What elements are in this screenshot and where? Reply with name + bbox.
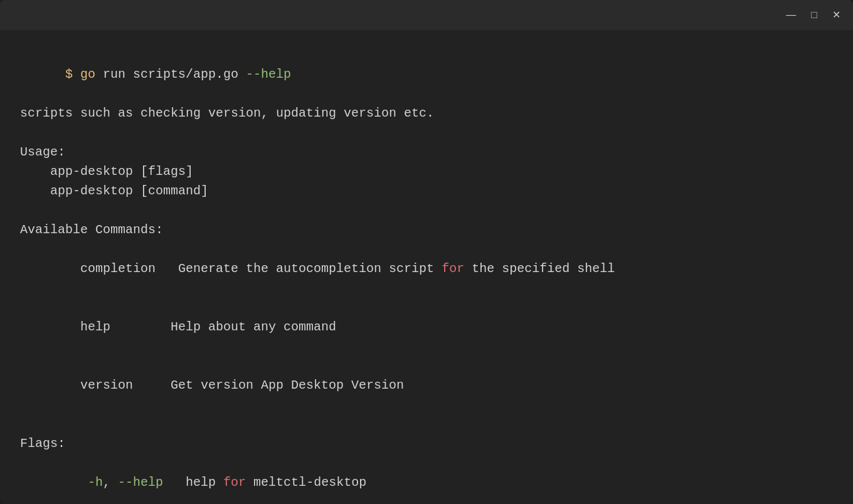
- command-go: go: [80, 67, 95, 81]
- maximize-button[interactable]: □: [808, 9, 820, 21]
- flag-comma: ,: [103, 475, 118, 490]
- cmd-help-desc: Help about any command: [110, 320, 336, 334]
- usage-line-1: app-desktop [flags]: [20, 162, 833, 181]
- flag-desc-post: meltctl-desktop: [246, 475, 366, 490]
- usage-line-2: app-desktop [command]: [20, 181, 833, 201]
- flag-for: for: [223, 475, 246, 490]
- cmd-version-desc: Get version App Desktop Version: [133, 378, 404, 392]
- cmd-completion-desc-pre: Generate the autocompletion script: [156, 261, 442, 276]
- flag-long: --help: [118, 475, 163, 490]
- close-button[interactable]: ✕: [830, 9, 843, 21]
- flag-help-line: -h, --help help for meltctl-desktop: [20, 453, 833, 504]
- cmd-completion-line: completion Generate the autocompletion s…: [20, 239, 833, 298]
- cmd-help-name: help: [65, 320, 110, 334]
- cmd-help-line: help Help about any command: [20, 298, 833, 356]
- title-bar: — □ ✕: [0, 0, 853, 30]
- terminal-body[interactable]: $ go run scripts/app.go --help scripts s…: [0, 30, 853, 504]
- blank-line-1: [20, 123, 833, 142]
- flags-header: Flags:: [20, 434, 833, 453]
- flag-short: -h: [88, 475, 103, 490]
- flag-desc-pre: help: [163, 475, 223, 490]
- cmd-completion-for: for: [442, 261, 464, 276]
- title-bar-controls: — □ ✕: [783, 9, 843, 21]
- cmd-completion-name: completion: [65, 261, 156, 276]
- blank-line-3: [20, 414, 833, 434]
- command-flag: --help: [246, 67, 291, 81]
- cmd-version-name: version: [65, 378, 133, 392]
- flag-indent: [65, 475, 88, 490]
- command-line: $ go run scripts/app.go --help: [20, 45, 833, 103]
- description-line: scripts such as checking version, updati…: [20, 103, 833, 123]
- minimize-button[interactable]: —: [783, 9, 798, 21]
- prompt-symbol: $: [65, 67, 73, 81]
- usage-header: Usage:: [20, 142, 833, 162]
- command-go-prefix: [73, 67, 80, 81]
- command-rest: run scripts/app.go: [95, 67, 246, 81]
- cmd-version-line: version Get version App Desktop Version: [20, 356, 833, 414]
- terminal-window: — □ ✕ $ go run scripts/app.go --help scr…: [0, 0, 853, 504]
- commands-header: Available Commands:: [20, 220, 833, 239]
- blank-line-2: [20, 201, 833, 220]
- cmd-completion-desc-post: the specified shell: [464, 261, 615, 276]
